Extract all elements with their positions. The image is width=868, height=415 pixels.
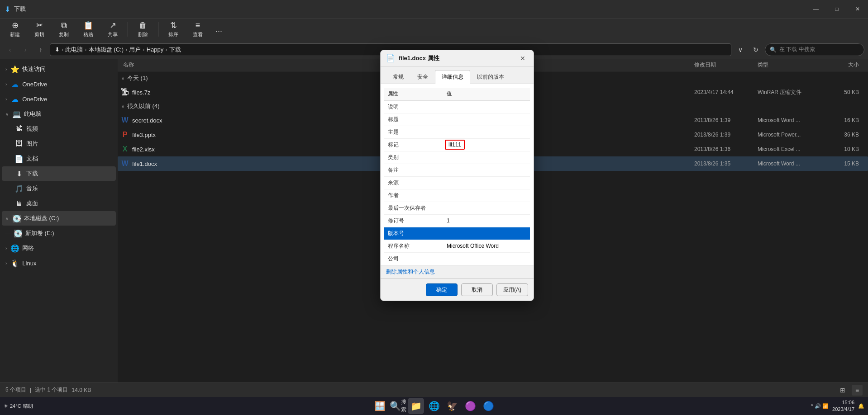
files7z-date: 2023/4/17 14:44: [694, 89, 758, 95]
up-button[interactable]: ↑: [34, 43, 47, 56]
sidebar-item-music[interactable]: 🎵 音乐: [2, 181, 116, 196]
sidebar-item-video[interactable]: 📽 视频: [2, 122, 116, 136]
apply-button[interactable]: 应用(A): [496, 283, 528, 296]
col-header-date[interactable]: 修改日期: [694, 61, 758, 69]
sidebar-item-linux[interactable]: › 🐧 Linux: [2, 256, 116, 270]
taskbar-edge-button[interactable]: 🦅: [444, 398, 460, 414]
secret-date: 2013/8/26 1:39: [694, 117, 758, 123]
sidebar-item-quickaccess[interactable]: › ⭐ 快速访问: [2, 62, 116, 76]
sidebar-item-pics[interactable]: 🖼 图片: [2, 137, 116, 151]
weather-info: ☀ 24°C 晴朗: [4, 403, 33, 410]
close-button[interactable]: ✕: [847, 0, 868, 18]
val-title: [443, 113, 530, 126]
dialog-title-bar: 📄 file1.docx 属性 ✕: [381, 50, 534, 66]
taskbar-files-button[interactable]: 📁: [408, 398, 424, 414]
tab-general[interactable]: 常规: [386, 70, 410, 84]
sidebar-item-desktop[interactable]: 🖥 桌面: [2, 196, 116, 211]
file2-date: 2013/8/26 1:36: [694, 146, 758, 152]
back-button[interactable]: ‹: [4, 43, 16, 56]
tab-previous-versions[interactable]: 以前的版本: [470, 70, 511, 84]
sidebar-item-onedrive2[interactable]: › ☁ OneDrive: [2, 92, 116, 106]
file3-size: 36 KB: [830, 132, 866, 138]
thispc-expand: ∨: [5, 112, 9, 117]
clock-date: 2023/4/17: [832, 406, 854, 413]
maximize-button[interactable]: □: [826, 0, 847, 18]
detail-view-button[interactable]: ≡: [852, 385, 863, 396]
tab-details[interactable]: 详细信息: [435, 70, 470, 84]
val-description: [443, 100, 530, 113]
sidebar-item-docs[interactable]: 📄 文档: [2, 151, 116, 166]
forward-button[interactable]: ›: [19, 43, 32, 56]
taskbar-hex-button[interactable]: 🔵: [480, 398, 496, 414]
video-icon: 📽: [14, 125, 24, 133]
taskbar-center: 🪟 🔍 搜索 📁 🌐 🦅 🟣 🔵: [372, 398, 496, 414]
item-count: 5 个项目: [5, 386, 26, 394]
sidebar-label-linux: Linux: [22, 260, 36, 267]
file1-type: Microsoft Word ...: [758, 160, 830, 167]
sidebar-item-edrive[interactable]: — 💽 新加卷 (E:): [2, 226, 116, 241]
time-display[interactable]: 15:06 2023/4/17: [832, 399, 854, 413]
sidebar-label-pics: 图片: [26, 140, 38, 148]
row-title: 标题: [384, 113, 530, 126]
dialog-title-text: file1.docx 属性: [399, 54, 514, 62]
cdrive-icon: 💽: [12, 214, 21, 223]
notification-icon[interactable]: 🔔: [858, 403, 864, 409]
prop-notes: 备注: [384, 164, 443, 176]
share-icon: ↗: [110, 20, 116, 30]
minimize-button[interactable]: —: [806, 0, 826, 18]
files7z-size: 50 KB: [830, 89, 866, 95]
search-box[interactable]: 🔍 在 下载 中搜索: [765, 43, 864, 56]
share-button[interactable]: ↗ 共享: [101, 19, 124, 40]
sidebar-item-thispc[interactable]: ∨ 💻 此电脑: [2, 107, 116, 121]
file2-size: 10 KB: [830, 146, 866, 152]
dialog-close-button[interactable]: ✕: [517, 53, 528, 64]
cut-button[interactable]: ✂ 剪切: [28, 19, 51, 40]
new-button[interactable]: ⊕ 新建: [4, 19, 26, 40]
taskbar-browser-button[interactable]: 🌐: [426, 398, 442, 414]
sidebar-label-video: 视频: [26, 125, 38, 133]
sort-button[interactable]: ⇅ 排序: [162, 19, 185, 40]
files7z-type: WinRAR 压缩文件: [758, 89, 830, 96]
delete-button[interactable]: 🗑 删除: [132, 19, 154, 40]
dropdown-button[interactable]: ∨: [734, 43, 747, 56]
prop-description: 说明: [384, 100, 443, 113]
remove-properties-link[interactable]: 删除属性和个人信息: [386, 269, 435, 275]
taskbar-start-button[interactable]: 🪟: [372, 398, 388, 414]
paste-button[interactable]: 📋 粘贴: [77, 19, 100, 40]
properties-dialog: 📄 file1.docx 属性 ✕ 常规 安全 详细信息 以前的版本 属性 值 …: [380, 50, 534, 301]
pics-icon: 🖼: [14, 140, 24, 148]
props-header-row: 属性 值: [384, 88, 530, 100]
val-company: [443, 252, 530, 265]
view-button[interactable]: ≡ 查看: [186, 19, 209, 40]
more-button[interactable]: ...: [211, 23, 227, 36]
row-source: 来源: [384, 176, 530, 189]
sidebar-item-cdrive[interactable]: ∨ 💽 本地磁盘 (C:): [2, 211, 116, 226]
cdrive-expand: ∨: [5, 216, 9, 221]
sidebar-item-downloads[interactable]: ⬇ 下载: [2, 166, 116, 181]
file1-size: 15 KB: [830, 160, 866, 167]
status-right: ⊞ ≡: [837, 385, 863, 396]
longago-group-label: 很久以前 (4): [127, 102, 160, 110]
copy-button[interactable]: ⧉ 复制: [52, 19, 75, 40]
network-expand: ›: [5, 246, 7, 251]
sidebar-label-thispc: 此电脑: [24, 110, 42, 118]
prop-version: 版本号: [384, 227, 443, 240]
col-header-type[interactable]: 类型: [758, 61, 830, 69]
sidebar-item-onedrive1[interactable]: › ☁ OneDrive: [2, 77, 116, 91]
list-view-button[interactable]: ⊞: [837, 385, 848, 396]
title-bar-text: 下载: [14, 5, 26, 13]
val-author: [443, 189, 530, 202]
val-category: [443, 151, 530, 164]
refresh-button[interactable]: ↻: [749, 43, 762, 56]
col-header-size[interactable]: 大小: [830, 61, 866, 69]
taskbar-dev-button[interactable]: 🟣: [462, 398, 478, 414]
quickaccess-expand: ›: [5, 67, 7, 72]
app-icon: ⬇: [5, 5, 10, 14]
sidebar-item-network[interactable]: › 🌐 网络: [2, 241, 116, 255]
paste-icon: 📋: [83, 20, 93, 30]
ok-button[interactable]: 确定: [426, 283, 458, 296]
taskbar-search-button[interactable]: 🔍 搜索: [390, 398, 406, 414]
taskbar-right: ^ 🔊 📶 15:06 2023/4/17 🔔: [811, 399, 864, 413]
tab-security[interactable]: 安全: [410, 70, 435, 84]
cancel-button[interactable]: 取消: [461, 283, 493, 296]
